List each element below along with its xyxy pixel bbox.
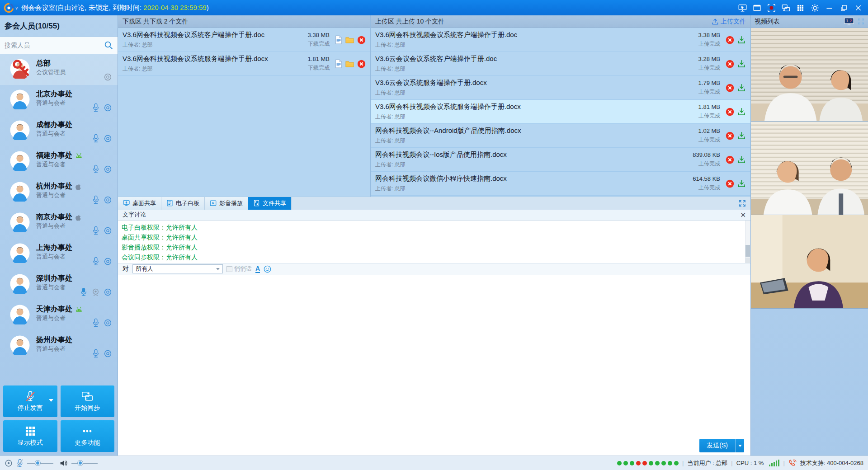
participant-row[interactable]: 深圳办事处普通与会者 — [0, 269, 118, 300]
recipient-select[interactable]: 所有人 — [132, 264, 223, 273]
tab-file-share[interactable]: 文件共享 — [248, 197, 292, 210]
mic-volume-slider[interactable] — [27, 460, 53, 466]
settings-gear-icon[interactable] — [807, 2, 822, 14]
more-functions-button[interactable]: 更多功能 — [61, 420, 115, 452]
minimize-icon[interactable] — [822, 2, 836, 14]
mic-icon[interactable] — [92, 134, 100, 143]
start-sync-button[interactable]: 开始同步 — [61, 385, 115, 417]
doc-icon[interactable] — [335, 59, 342, 68]
participant-row[interactable]: 南京办事处普通与会者 — [0, 208, 118, 239]
mic-icon[interactable] — [92, 318, 100, 327]
mic-icon[interactable] — [92, 195, 100, 204]
display-mode-button[interactable]: 显示模式 — [3, 420, 57, 452]
delete-x-icon[interactable] — [726, 179, 734, 188]
screen-share-icon[interactable] — [735, 2, 750, 14]
file-row[interactable]: V3.6网会科技视频会议系统服务端操作手册.docx上传者: 总部1.81 MB… — [371, 100, 750, 124]
mic-icon[interactable] — [92, 349, 100, 358]
upload-file-link[interactable]: 上传文件 — [712, 18, 746, 26]
send-button[interactable]: 发送(S) — [699, 439, 744, 452]
file-row[interactable]: 网会科技视频会议--Android版产品使用指南.docx上传者: 总部1.02… — [371, 124, 750, 148]
camera-icon[interactable] — [104, 134, 112, 143]
download-icon[interactable] — [737, 132, 746, 140]
expand-icon[interactable] — [858, 18, 864, 25]
participant-row[interactable]: 扬州办事处普通与会者 — [0, 331, 118, 362]
mic-icon[interactable] — [92, 257, 100, 266]
tab-whiteboard[interactable]: 电子白板 — [161, 197, 205, 210]
monitor-1-2-icon[interactable] — [844, 17, 854, 26]
title-chevron-icon[interactable]: ∨ — [15, 5, 18, 10]
camera-off-icon[interactable] — [104, 73, 112, 81]
participant-row[interactable]: 北京办事处普通与会者 — [0, 85, 118, 116]
tab-desktop-share[interactable]: 桌面共享 — [118, 197, 161, 210]
mic-icon[interactable] — [92, 103, 100, 112]
file-row[interactable]: 网会科技视频会议微信小程序快速指南.docx上传者: 总部614.58 KB上传… — [371, 172, 750, 196]
video-thumbnail[interactable] — [751, 215, 868, 309]
download-icon[interactable] — [737, 108, 746, 116]
volume-slider-handle[interactable] — [78, 461, 83, 465]
mic-icon[interactable] — [92, 164, 100, 174]
send-dropdown-icon[interactable] — [735, 439, 744, 452]
font-color-icon[interactable]: A — [255, 265, 260, 273]
delete-x-icon[interactable] — [726, 36, 734, 44]
camera-icon[interactable] — [104, 196, 112, 204]
participant-row[interactable]: 杭州办事处普通与会者 — [0, 177, 118, 208]
chat-input[interactable]: 发送(S) — [118, 275, 750, 456]
maximize-icon[interactable] — [836, 2, 851, 14]
doc-icon[interactable] — [335, 35, 342, 44]
chat-scrollbar[interactable] — [745, 221, 750, 263]
grid-icon[interactable] — [793, 2, 807, 14]
volume-slider-handle[interactable] — [35, 461, 40, 465]
app-logo-icon[interactable] — [4, 3, 14, 13]
search-icon[interactable] — [104, 41, 113, 50]
speaker-volume-slider[interactable] — [71, 460, 98, 466]
mic-muted-icon[interactable] — [16, 459, 24, 467]
camera-icon[interactable] — [104, 103, 112, 112]
participant-row[interactable]: 成都办事处普通与会者 — [0, 116, 118, 146]
camera-icon[interactable] — [104, 165, 112, 174]
file-row[interactable]: V3.6网会科技视频会议系统服务端操作手册.docx上传者: 总部 1.81 M… — [118, 52, 370, 76]
emoji-icon[interactable] — [264, 265, 271, 273]
camera-icon[interactable] — [104, 319, 112, 327]
mic-icon[interactable] — [92, 226, 100, 235]
delete-x-icon[interactable] — [357, 60, 366, 68]
window-icon[interactable] — [750, 2, 764, 14]
camera-icon[interactable] — [104, 288, 112, 296]
download-icon[interactable] — [737, 179, 746, 188]
video-thumbnail[interactable] — [751, 122, 868, 215]
file-row[interactable]: V3.6网会科技视频会议系统客户端操作手册.doc上传者: 总部3.38 MB上… — [371, 28, 750, 52]
camera-icon[interactable] — [104, 226, 112, 235]
file-row[interactable]: 网会科技视频会议--Ios版产品使用指南.docx上传者: 总部839.08 K… — [371, 148, 750, 172]
expand-icon[interactable] — [739, 200, 746, 207]
participant-row[interactable]: 总部会议管理员 — [0, 54, 118, 85]
participant-row[interactable]: 上海办事处普通与会者 — [0, 239, 118, 269]
sync-screen-icon[interactable] — [778, 2, 793, 14]
download-icon[interactable] — [737, 60, 746, 68]
search-input[interactable] — [5, 42, 104, 49]
delete-x-icon[interactable] — [726, 60, 734, 68]
target-icon[interactable] — [5, 459, 13, 467]
chat-close-icon[interactable]: ✕ — [740, 212, 746, 218]
video-thumbnail[interactable] — [751, 28, 868, 122]
whisper-checkbox[interactable] — [226, 266, 232, 272]
delete-x-icon[interactable] — [726, 108, 734, 116]
speaker-icon[interactable] — [60, 459, 68, 467]
file-row[interactable]: V3.6云会议会议系统客户端操作手册.doc上传者: 总部3.28 MB上传完成 — [371, 52, 750, 76]
delete-x-icon[interactable] — [726, 155, 734, 164]
folder-icon[interactable] — [345, 60, 354, 68]
download-icon[interactable] — [737, 36, 746, 44]
participant-row[interactable]: 天津办事处普通与会者 — [0, 300, 118, 331]
delete-x-icon[interactable] — [357, 36, 366, 44]
scrollbar-arrow[interactable] — [745, 258, 750, 263]
stop-speaking-button[interactable]: 停止发言 — [3, 385, 57, 417]
record-icon[interactable] — [764, 2, 778, 14]
camera-icon[interactable] — [104, 257, 112, 266]
participant-row[interactable]: 福建办事处普通与会者 — [0, 146, 118, 177]
file-row[interactable]: V3.6网会科技视频会议系统客户端操作手册.doc上传者: 总部 3.38 MB… — [118, 28, 370, 52]
download-icon[interactable] — [737, 155, 746, 164]
file-row[interactable]: V3.6云会议系统服务端操作手册.docx上传者: 总部1.79 MB上传完成 — [371, 76, 750, 100]
scrollbar-thumb[interactable] — [745, 245, 750, 257]
download-icon[interactable] — [737, 84, 746, 92]
camera-icon[interactable] — [104, 349, 112, 358]
delete-x-icon[interactable] — [726, 132, 734, 140]
mic-on-icon[interactable] — [80, 287, 88, 296]
